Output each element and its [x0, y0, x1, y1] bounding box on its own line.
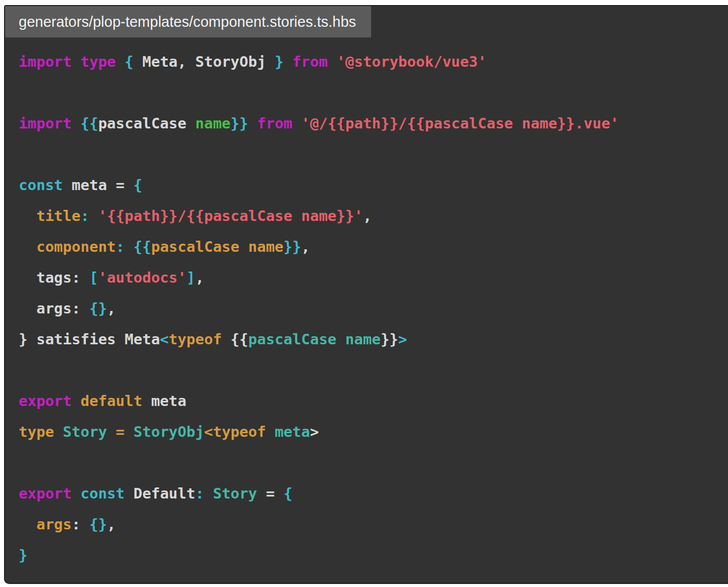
- code-token: [89, 207, 98, 224]
- code-token: from: [292, 53, 328, 70]
- code-token: :: [80, 207, 89, 224]
- code-token: '@storybook/vue3': [337, 53, 487, 70]
- code-token: export: [19, 485, 72, 502]
- code-token: {}: [89, 300, 107, 317]
- code-token: {: [125, 53, 133, 70]
- code-line: component: {{pascalCase name}},: [19, 232, 722, 262]
- code-token: 'autodocs': [98, 269, 187, 286]
- code-token: [125, 423, 133, 440]
- filename-tab: generators/plop-templates/component.stor…: [5, 6, 371, 37]
- code-token: import: [19, 115, 72, 132]
- code-token: args:: [19, 300, 89, 317]
- code-token: <typeof: [204, 423, 266, 440]
- code-token: ,: [107, 300, 116, 317]
- code-token: }}: [284, 238, 301, 255]
- code-token: :: [195, 485, 204, 502]
- code-token: const: [19, 176, 63, 194]
- code-token: ,: [107, 516, 116, 533]
- code-line: [19, 77, 722, 108]
- code-token: [266, 423, 275, 440]
- code-token: args: [36, 516, 72, 533]
- code-block: generators/plop-templates/component.stor…: [4, 5, 728, 584]
- code-token: Meta, StoryObj: [133, 53, 275, 70]
- code-line: } satisfies Meta<typeof {{pascalCase nam…: [19, 324, 722, 355]
- code-token: '@/{{path}}/{{pascalCase name}}.vue': [301, 115, 619, 132]
- code-token: [72, 485, 80, 502]
- code-token: typeof: [169, 331, 222, 348]
- code-token: pascalCase name: [248, 331, 381, 348]
- code-token: ,: [301, 238, 310, 255]
- code-line: title: '{{path}}/{{pascalCase name}}',: [19, 201, 722, 232]
- code-token: ,: [363, 207, 372, 224]
- code-token: [125, 238, 133, 255]
- code-token: {: [133, 176, 142, 194]
- code-token: [19, 516, 36, 533]
- code-token: >: [398, 331, 407, 348]
- code-token: pascalCase name: [151, 238, 284, 255]
- code-token: ]: [187, 269, 195, 286]
- code-token: Default: [125, 485, 196, 502]
- code-token: [72, 115, 80, 132]
- code-token: meta =: [63, 176, 133, 194]
- code-token: name: [195, 115, 231, 132]
- code-token: }: [19, 547, 27, 564]
- code-token: meta: [142, 392, 186, 410]
- code-token: [328, 53, 336, 70]
- code-token: [72, 392, 80, 410]
- code-line: tags: ['autodocs'],: [19, 262, 722, 293]
- code-token: [116, 53, 124, 70]
- code-token: type: [19, 423, 54, 440]
- code-token: [187, 115, 195, 132]
- code-token: [19, 238, 36, 255]
- code-token: tags:: [19, 269, 89, 286]
- code-token: Story: [213, 485, 257, 502]
- code-token: meta: [275, 423, 310, 440]
- code-token: {{: [222, 331, 248, 348]
- code-token: StoryObj: [133, 423, 204, 440]
- code-token: } satisfies Meta: [19, 331, 160, 348]
- code-line: import type { Meta, StoryObj } from '@st…: [19, 47, 722, 77]
- code-line: const meta = {: [19, 170, 722, 201]
- code-token: const: [80, 485, 124, 502]
- code-token: }: [275, 53, 283, 70]
- code-token: {{: [133, 238, 151, 255]
- code-token: }}: [231, 115, 248, 132]
- code-token: [107, 423, 116, 440]
- code-line: type Story = StoryObj<typeof meta>: [19, 417, 722, 447]
- code-line: import {{pascalCase name}} from '@/{{pat…: [19, 108, 722, 139]
- code-line: [19, 447, 722, 478]
- code-token: ,: [195, 269, 204, 286]
- code-token: import: [19, 53, 72, 70]
- code-token: {{: [80, 115, 98, 132]
- code-token: [72, 53, 80, 70]
- code-line: [19, 139, 722, 170]
- code-token: Story: [63, 423, 107, 440]
- code-line: [19, 355, 722, 386]
- code-token: [54, 423, 63, 440]
- code-token: =: [257, 485, 283, 502]
- code-token: {: [284, 485, 292, 502]
- code-token: default: [80, 392, 142, 410]
- code-token: <: [160, 331, 168, 348]
- filename-label: generators/plop-templates/component.stor…: [19, 14, 356, 30]
- code-line: export const Default: Story = {: [19, 478, 722, 509]
- code-line: args: {},: [19, 509, 722, 540]
- code-token: from: [257, 115, 292, 132]
- code-token: }}: [381, 331, 398, 348]
- code-token: [284, 53, 292, 70]
- code-area: import type { Meta, StoryObj } from '@st…: [5, 37, 728, 576]
- code-token: [19, 207, 36, 224]
- code-token: >: [310, 423, 318, 440]
- code-token: =: [116, 423, 124, 440]
- code-token: [292, 115, 301, 132]
- code-token: :: [116, 238, 124, 255]
- code-token: :: [72, 516, 89, 533]
- code-line: args: {},: [19, 293, 722, 324]
- code-token: component: [36, 238, 116, 255]
- code-line: export default meta: [19, 386, 722, 417]
- code-token: [: [89, 269, 98, 286]
- code-line: }: [19, 540, 722, 571]
- code-token: pascalCase: [98, 115, 187, 132]
- code-token: {}: [89, 516, 107, 533]
- code-token: [248, 115, 257, 132]
